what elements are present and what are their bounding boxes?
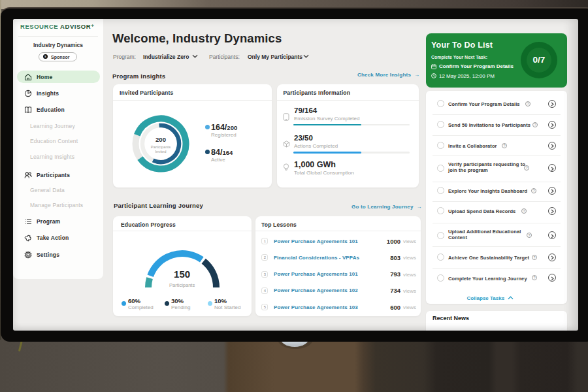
svg-text:Participants: Participants [151,145,171,149]
svg-text:200: 200 [155,136,166,143]
svg-text:Invited: Invited [155,150,166,154]
